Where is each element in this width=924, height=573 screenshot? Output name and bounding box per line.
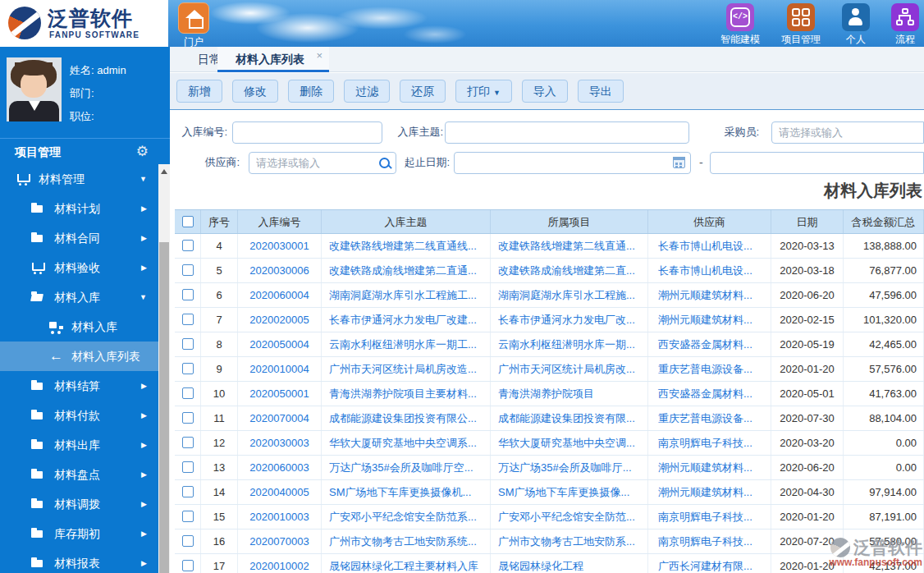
row-checkbox[interactable] [182, 240, 194, 251]
cell-supplier-link[interactable]: 潮州元顺建筑材料... [648, 456, 771, 479]
row-checkbox[interactable] [182, 412, 194, 424]
cell-storage-code-link[interactable]: 2020030001 [238, 234, 322, 258]
row-checkbox[interactable] [182, 338, 194, 350]
toolbar-button[interactable]: 导入 [522, 80, 568, 103]
toolbar-button[interactable]: 删除 [288, 80, 334, 103]
cell-supplier-link[interactable]: 重庆艺普电源设备... [648, 406, 771, 430]
app-personal[interactable]: 个人 [842, 3, 870, 47]
cell-storage-code-link[interactable]: 2020030003 [238, 431, 322, 455]
sidebar-menu-item[interactable]: 材料结算 ▶ [0, 371, 158, 401]
cell-subject-link[interactable]: 万达广场35#会所及咖啡厅空... [322, 456, 491, 479]
sidebar-menu-item[interactable]: 材料付款 ▶ [0, 401, 158, 430]
cell-supplier-link[interactable]: 潮州元顺建筑材料... [648, 308, 771, 332]
cell-project-link[interactable]: 广州市文物考古工地安防系... [491, 529, 648, 553]
search-icon[interactable] [378, 157, 391, 170]
cell-supplier-link[interactable]: 重庆艺普电源设备... [648, 357, 771, 381]
cell-storage-code-link[interactable]: 2020060004 [238, 283, 322, 307]
sidebar-menu-item[interactable]: 材料入库 [0, 312, 158, 342]
select-all-checkbox[interactable] [182, 216, 194, 227]
app-project-management[interactable]: 项目管理 [781, 3, 821, 47]
row-checkbox[interactable] [182, 535, 194, 547]
sidebar-menu-item[interactable]: 材料出库 ▶ [0, 430, 158, 460]
cell-storage-code-link[interactable]: 2020040005 [238, 480, 322, 504]
cell-subject-link[interactable]: 青海洪湖养护院项目主要材料... [322, 382, 491, 406]
cell-storage-code-link[interactable]: 2020060003 [238, 456, 322, 479]
cell-subject-link[interactable]: 华软大厦研究基地中央空调系... [322, 431, 491, 455]
cell-storage-code-link[interactable]: 2020010004 [238, 357, 322, 381]
row-checkbox[interactable] [182, 560, 194, 571]
cell-project-link[interactable]: 广安邓小平纪念馆安全防范... [491, 505, 648, 529]
cell-supplier-link[interactable]: 长春市博山机电设... [648, 234, 771, 258]
cell-project-link[interactable]: 云南水利枢纽潜明水库一期... [491, 332, 648, 356]
date-from-input[interactable] [454, 152, 691, 174]
toolbar-button[interactable]: 修改 [232, 80, 278, 103]
cell-supplier-link[interactable]: 西安盛器金属材料... [648, 332, 771, 356]
sidebar-menu-item[interactable]: 材料报表 ▶ [0, 548, 158, 573]
cell-storage-code-link[interactable]: 2020010002 [238, 554, 322, 573]
cell-storage-code-link[interactable]: 2020070004 [238, 406, 322, 430]
cell-subject-link[interactable]: 长春市伊通河水力发电厂改建... [322, 308, 491, 332]
date-to-input[interactable] [710, 152, 924, 174]
row-checkbox[interactable] [182, 511, 194, 522]
buyer-input[interactable] [771, 121, 924, 144]
sidebar-menu-item[interactable]: 材料管理 ▼ [0, 164, 158, 194]
row-checkbox[interactable] [182, 363, 194, 374]
cell-project-link[interactable]: 改建铁路线增建第二线直通... [491, 234, 648, 258]
cell-supplier-link[interactable]: 西安盛器金属材料... [648, 382, 771, 406]
calendar-icon[interactable] [673, 157, 685, 168]
scrollbar-thumb[interactable] [159, 242, 169, 573]
cell-storage-code-link[interactable]: 2020010003 [238, 505, 322, 529]
cell-project-link[interactable]: 华软大厦研究基地中央空调... [491, 431, 648, 455]
cell-subject-link[interactable]: 广州市文物考古工地安防系统... [322, 529, 491, 553]
cell-project-link[interactable]: 改建铁路成渝线增建第二直... [491, 259, 648, 282]
sidebar-menu-item[interactable]: 材料验收 ▶ [0, 253, 158, 282]
cell-subject-link[interactable]: 改建铁路线增建第二线直通线... [322, 234, 491, 258]
toolbar-button[interactable]: 过滤 [344, 80, 390, 103]
cell-supplier-link[interactable]: 南京明辉电子科技... [648, 529, 771, 553]
toolbar-button[interactable]: 新增 [176, 80, 222, 103]
cell-supplier-link[interactable]: 广西长河建材有限... [648, 554, 771, 573]
cell-supplier-link[interactable]: 南京明辉电子科技... [648, 431, 771, 455]
toolbar-button[interactable]: 打印 ▼ [455, 80, 512, 103]
cell-project-link[interactable]: 万达广场35#会所及咖啡厅... [491, 456, 648, 479]
supplier-input[interactable] [249, 152, 396, 174]
sidebar-menu-item[interactable]: 库存期初 ▶ [0, 519, 158, 548]
sidebar-scrollbar[interactable] [158, 164, 170, 573]
cell-supplier-link[interactable]: 南京明辉电子科技... [648, 505, 771, 529]
cell-project-link[interactable]: 广州市天河区统计局机房改... [491, 357, 648, 381]
sidebar-menu-item[interactable]: 材料合同 ▶ [0, 223, 158, 253]
cell-storage-code-link[interactable]: 2020030006 [238, 259, 322, 282]
row-checkbox[interactable] [182, 387, 194, 399]
app-workflow[interactable]: 流程 [891, 3, 919, 47]
cell-subject-link[interactable]: 成都能源建设集团投资有限公... [322, 406, 491, 430]
cell-storage-code-link[interactable]: 2020050004 [238, 332, 322, 356]
portal-tile[interactable] [178, 2, 209, 34]
cell-supplier-link[interactable]: 潮州元顺建筑材料... [648, 283, 771, 307]
gear-icon[interactable]: ⚙ [136, 143, 149, 159]
row-checkbox[interactable] [182, 264, 194, 276]
row-checkbox[interactable] [182, 461, 194, 473]
sidebar-menu-item[interactable]: 材料盘点 ▶ [0, 460, 158, 489]
portal-button[interactable]: 门户 [177, 2, 210, 49]
toolbar-button[interactable]: 导出 [578, 80, 624, 103]
app-smart-modeling[interactable]: </> 智能建模 [720, 3, 760, 47]
sidebar-menu-item[interactable]: 材料计划 ▶ [0, 194, 158, 223]
cell-subject-link[interactable]: 湖南洞庭湖水库引水工程施工... [322, 283, 491, 307]
cell-supplier-link[interactable]: 长春市博山机电设... [648, 259, 771, 282]
cell-subject-link[interactable]: 改建铁路成渝线增建第二直通... [322, 259, 491, 282]
cell-project-link[interactable]: 长春市伊通河水力发电厂改... [491, 308, 648, 332]
row-checkbox[interactable] [182, 486, 194, 497]
cell-subject-link[interactable]: SM广场地下车库更换摄像机... [322, 480, 491, 504]
cell-project-link[interactable]: 晟铭园林绿化工程 [491, 554, 648, 573]
sidebar-menu-item[interactable]: 材料入库 ▼ [0, 282, 158, 312]
row-checkbox[interactable] [182, 314, 194, 325]
tab-material-storage-list[interactable]: 材料入库列表 × [217, 47, 329, 72]
cell-subject-link[interactable]: 广州市天河区统计局机房改造... [322, 357, 491, 381]
cell-supplier-link[interactable]: 潮州元顺建筑材料... [648, 480, 771, 504]
cell-subject-link[interactable]: 晟铭园林绿化工程主要材料入库 [322, 554, 491, 573]
scroll-up-icon[interactable] [161, 169, 167, 174]
cell-storage-code-link[interactable]: 2020070003 [238, 529, 322, 553]
toolbar-button[interactable]: 还原 [400, 80, 446, 103]
cell-subject-link[interactable]: 云南水利枢纽潜明水库一期工... [322, 332, 491, 356]
cell-project-link[interactable]: 青海洪湖养护院项目 [491, 382, 648, 406]
